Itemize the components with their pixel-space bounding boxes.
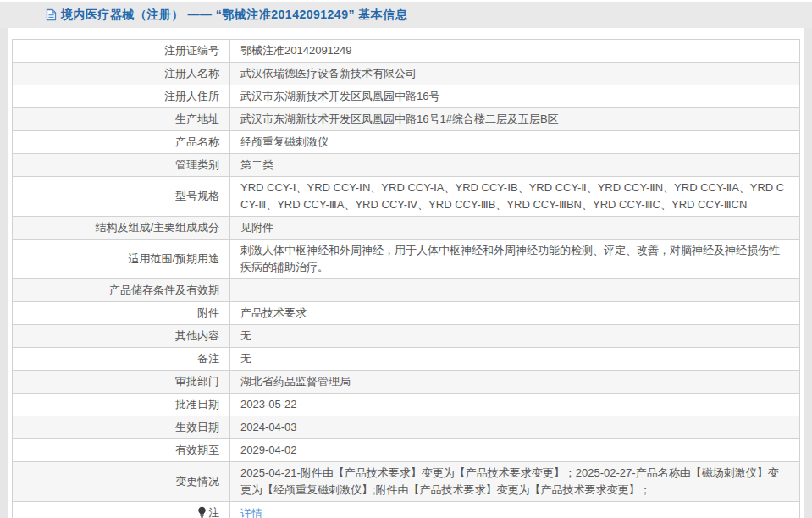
- row-value: 详情: [230, 502, 800, 518]
- document-icon: [46, 8, 57, 21]
- row-label: 审批部门: [13, 371, 230, 394]
- table-row: 有效期至2029-04-02: [13, 439, 800, 462]
- row-label: 型号规格: [13, 177, 230, 217]
- table-row: 备注无: [13, 348, 800, 371]
- row-label: 备注: [13, 348, 230, 371]
- table-row: 管理类别第二类: [13, 154, 800, 177]
- row-value: 武汉市东湖新技术开发区凤凰园中路16号1#综合楼二层及五层B区: [230, 108, 800, 131]
- table-row: 适用范围/预期用途刺激人体中枢神经和外周神经，用于人体中枢神经和外周神经功能的检…: [13, 240, 800, 279]
- right-margin: [804, 28, 812, 518]
- row-value: 无: [230, 348, 800, 371]
- row-label: 附件: [13, 302, 230, 325]
- left-margin: [0, 28, 8, 518]
- row-value: 2025-04-21-附件由【产品技术要求】变更为【产品技术要求变更】；2025…: [230, 462, 800, 502]
- row-value: 经颅重复磁刺激仪: [230, 131, 800, 154]
- row-label: 其他内容: [13, 325, 230, 348]
- row-label: 变更情况: [13, 462, 230, 502]
- table-row: 型号规格YRD CCY-Ⅰ、YRD CCY-ⅠN、YRD CCY-ⅠA、YRD …: [13, 177, 800, 217]
- registration-info-table: 注册证编号鄂械注准20142091249注册人名称武汉依瑞德医疗设备新技术有限公…: [12, 39, 800, 518]
- table-row: 附件产品技术要求: [13, 302, 800, 325]
- row-value: 2024-04-03: [230, 416, 800, 439]
- table-row: 其他内容无: [13, 325, 800, 348]
- detail-link[interactable]: 详情: [240, 507, 262, 518]
- row-label: 产品名称: [13, 131, 230, 154]
- content-panel: 注册证编号鄂械注准20142091249注册人名称武汉依瑞德医疗设备新技术有限公…: [8, 28, 804, 518]
- row-label: 管理类别: [13, 154, 230, 177]
- table-row: 注详情: [13, 502, 800, 518]
- table-row: 注册证编号鄂械注准20142091249: [13, 40, 800, 63]
- page-title: 境内医疗器械（注册） —— “鄂械注准20142091249” 基本信息: [61, 8, 407, 23]
- lightbulb-icon: [197, 506, 207, 518]
- row-value: 武汉市东湖新技术开发区凤凰园中路16号: [230, 85, 800, 108]
- row-value: 2029-04-02: [230, 439, 800, 462]
- row-label: 产品储存条件及有效期: [13, 279, 230, 302]
- table-row: 注册人住所武汉市东湖新技术开发区凤凰园中路16号: [13, 85, 800, 108]
- row-value: 鄂械注准20142091249: [230, 40, 800, 63]
- row-value: 第二类: [230, 154, 800, 177]
- row-value: 无: [230, 325, 800, 348]
- row-label: 注册人住所: [13, 85, 230, 108]
- table-row: 审批部门湖北省药品监督管理局: [13, 371, 800, 394]
- row-value: 见附件: [230, 217, 800, 240]
- page-header: 境内医疗器械（注册） —— “鄂械注准20142091249” 基本信息: [0, 2, 812, 28]
- row-value: [230, 279, 800, 302]
- table-row: 产品储存条件及有效期: [13, 279, 800, 302]
- row-label: 注: [13, 502, 230, 518]
- table-row: 生产地址武汉市东湖新技术开发区凤凰园中路16号1#综合楼二层及五层B区: [13, 108, 800, 131]
- row-value: YRD CCY-Ⅰ、YRD CCY-ⅠN、YRD CCY-ⅠA、YRD CCY-…: [230, 177, 800, 217]
- page-body: 注册证编号鄂械注准20142091249注册人名称武汉依瑞德医疗设备新技术有限公…: [0, 28, 812, 518]
- table-row: 注册人名称武汉依瑞德医疗设备新技术有限公司: [13, 63, 800, 85]
- row-label: 结构及组成/主要组成成分: [13, 217, 230, 240]
- row-label: 生产地址: [13, 108, 230, 131]
- row-value: 刺激人体中枢神经和外周神经，用于人体中枢神经和外周神经功能的检测、评定、改善，对…: [230, 240, 800, 279]
- row-label: 有效期至: [13, 439, 230, 462]
- table-row: 生效日期2024-04-03: [13, 416, 800, 439]
- table-row: 结构及组成/主要组成成分见附件: [13, 217, 800, 240]
- table-row: 批准日期2023-05-22: [13, 394, 800, 416]
- row-label: 注册证编号: [13, 40, 230, 63]
- row-value: 湖北省药品监督管理局: [230, 371, 800, 394]
- table-row: 产品名称经颅重复磁刺激仪: [13, 131, 800, 154]
- row-label: 适用范围/预期用途: [13, 240, 230, 279]
- row-label: 批准日期: [13, 394, 230, 416]
- row-value: 2023-05-22: [230, 394, 800, 416]
- row-label: 注册人名称: [13, 63, 230, 85]
- row-value: 武汉依瑞德医疗设备新技术有限公司: [230, 63, 800, 85]
- table-row: 变更情况2025-04-21-附件由【产品技术要求】变更为【产品技术要求变更】；…: [13, 462, 800, 502]
- row-label: 生效日期: [13, 416, 230, 439]
- row-value: 产品技术要求: [230, 302, 800, 325]
